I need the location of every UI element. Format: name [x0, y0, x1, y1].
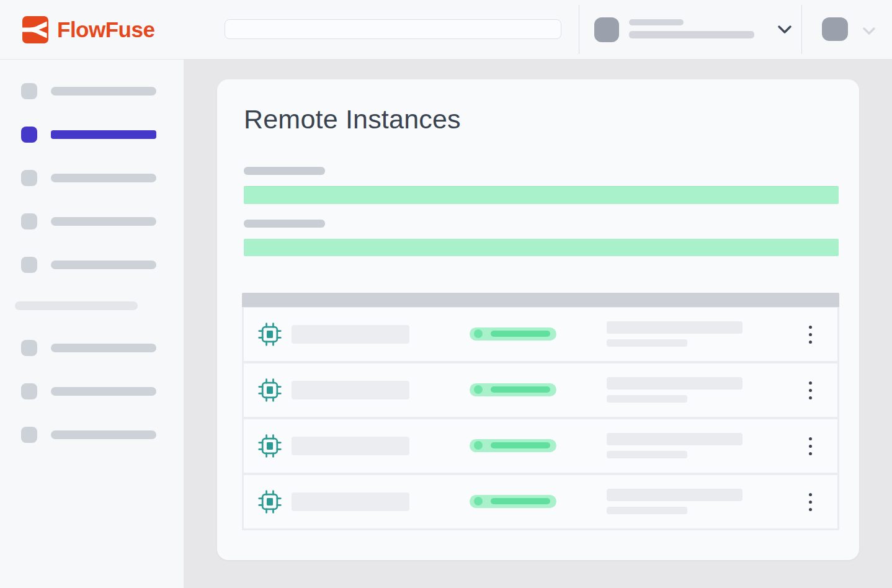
form-input-skeleton[interactable]	[244, 186, 839, 204]
status-label-skeleton	[491, 498, 550, 504]
kebab-menu-button[interactable]	[804, 437, 816, 456]
status-badge	[470, 439, 556, 452]
instance-row[interactable]	[244, 419, 837, 473]
sidebar-item-label-skeleton	[51, 130, 156, 139]
status-badge	[470, 383, 556, 396]
instances-table	[242, 293, 839, 530]
kebab-menu-button[interactable]	[804, 325, 816, 344]
sidebar-item[interactable]	[0, 203, 184, 240]
sidebar-item[interactable]	[0, 416, 184, 453]
status-label-skeleton	[491, 386, 550, 393]
status-label-skeleton	[491, 442, 550, 448]
team-selector[interactable]	[594, 17, 794, 43]
status-badge	[470, 327, 556, 341]
sidebar-item-label-skeleton	[51, 430, 156, 439]
team-name-skeleton	[629, 19, 754, 38]
skeleton-bar	[607, 507, 687, 514]
chip-icon	[257, 378, 282, 403]
status-label-skeleton	[491, 331, 550, 337]
skeleton-bar	[607, 433, 743, 445]
sidebar-item-label-skeleton	[51, 217, 156, 226]
user-avatar	[822, 17, 848, 41]
instance-name-skeleton	[292, 437, 409, 455]
form-input-skeleton[interactable]	[244, 239, 839, 256]
sidebar-item-label-skeleton	[51, 87, 156, 96]
table-header-skeleton	[242, 293, 839, 307]
main-area: Remote Instances	[184, 59, 892, 588]
form-label-skeleton	[244, 167, 325, 175]
sidebar-item-label-skeleton	[51, 344, 156, 352]
sidebar-main-nav	[0, 73, 184, 290]
chip-icon	[257, 489, 282, 514]
sidebar-item-icon	[21, 383, 37, 399]
instance-name-skeleton	[292, 492, 409, 511]
sidebar-item-icon	[21, 213, 37, 229]
instance-row[interactable]	[244, 363, 837, 417]
chevron-down-icon	[777, 25, 792, 35]
brand-wordmark: FlowFuse	[57, 16, 154, 43]
flowfuse-logo[interactable]: FlowFuse	[22, 16, 154, 43]
sidebar-item-icon	[21, 257, 37, 273]
chevron-down-icon	[862, 27, 876, 35]
sidebar-item[interactable]	[0, 329, 184, 367]
chip-icon	[257, 322, 282, 347]
sidebar-item[interactable]	[0, 73, 184, 110]
form-label-skeleton	[244, 220, 325, 228]
status-badge	[470, 495, 556, 508]
sidebar-item-icon	[21, 83, 37, 99]
instance-row[interactable]	[244, 475, 837, 528]
user-menu[interactable]	[822, 17, 879, 43]
header-divider	[579, 5, 579, 54]
instance-row[interactable]	[244, 308, 837, 361]
skeleton-bar	[629, 31, 754, 38]
sidebar-item[interactable]	[0, 373, 184, 410]
content-card: Remote Instances	[217, 79, 859, 560]
sidebar	[0, 59, 184, 588]
search-input[interactable]	[225, 19, 561, 39]
sidebar-item-label-skeleton	[51, 387, 156, 396]
sidebar-item-label-skeleton	[51, 261, 156, 269]
skeleton-bar	[607, 395, 687, 403]
skeleton-bar	[607, 489, 743, 501]
instance-meta-skeleton	[607, 489, 743, 514]
chip-icon	[257, 434, 282, 458]
status-dot	[474, 385, 483, 394]
kebab-menu-button[interactable]	[804, 381, 816, 400]
skeleton-bar	[607, 321, 743, 334]
header-divider	[801, 5, 802, 54]
sidebar-item[interactable]	[0, 116, 184, 153]
instance-meta-skeleton	[607, 321, 743, 347]
sidebar-item-label-skeleton	[51, 174, 156, 182]
status-dot	[474, 329, 483, 338]
instance-name-skeleton	[292, 325, 409, 344]
sidebar-section-label-skeleton	[15, 301, 138, 310]
page-title: Remote Instances	[244, 104, 461, 135]
skeleton-bar	[607, 377, 743, 390]
sidebar-item-icon	[21, 340, 37, 356]
flowfuse-logo-icon	[22, 16, 48, 43]
instance-name-skeleton	[292, 381, 409, 399]
kebab-menu-button[interactable]	[804, 492, 816, 512]
sidebar-secondary-nav	[0, 329, 184, 460]
status-dot	[474, 441, 483, 450]
skeleton-bar	[607, 339, 687, 347]
skeleton-bar	[629, 19, 684, 25]
sidebar-item[interactable]	[0, 246, 184, 283]
top-header: FlowFuse	[0, 0, 892, 60]
instance-meta-skeleton	[607, 377, 743, 403]
sidebar-item-icon	[21, 127, 37, 143]
status-dot	[474, 497, 483, 506]
instance-meta-skeleton	[607, 433, 743, 458]
table-body	[242, 307, 839, 530]
sidebar-item-icon	[21, 427, 37, 443]
team-avatar	[594, 17, 619, 42]
sidebar-item-icon	[21, 170, 37, 186]
skeleton-bar	[607, 451, 687, 458]
sidebar-item[interactable]	[0, 159, 184, 197]
